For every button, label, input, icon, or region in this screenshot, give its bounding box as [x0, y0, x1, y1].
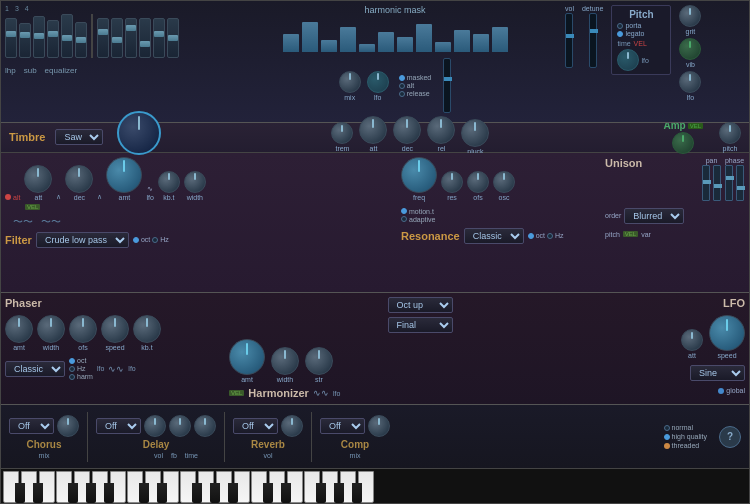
- lfo-att-knob[interactable]: [681, 329, 703, 351]
- hbar-6[interactable]: [378, 32, 394, 52]
- adaptive-dot[interactable]: [401, 216, 407, 222]
- grit-knob[interactable]: [679, 5, 701, 27]
- phaser-amt-knob[interactable]: [5, 315, 33, 343]
- osc-knob[interactable]: [493, 171, 515, 193]
- lfo-right-knob[interactable]: [679, 71, 701, 93]
- fader-2[interactable]: [19, 23, 31, 58]
- lfo-type-dropdown[interactable]: Sine: [690, 365, 745, 381]
- key-gs3[interactable]: [334, 483, 344, 503]
- key-fs3[interactable]: [316, 483, 326, 503]
- delay-fb-knob[interactable]: [169, 415, 191, 437]
- key-fs2[interactable]: [192, 483, 202, 503]
- rel-knob[interactable]: [427, 116, 455, 144]
- phaser-speed-knob[interactable]: [101, 315, 129, 343]
- hbar-3[interactable]: [321, 40, 337, 52]
- lfo-knob-top[interactable]: [367, 71, 389, 93]
- dec-knob[interactable]: [393, 116, 421, 144]
- fader-5[interactable]: [61, 14, 73, 58]
- harm-width-knob[interactable]: [271, 347, 299, 375]
- fader-3[interactable]: [33, 16, 45, 58]
- filter-dec-knob[interactable]: [65, 165, 93, 193]
- legato-dot[interactable]: [617, 31, 623, 37]
- phase-knob[interactable]: [117, 111, 161, 155]
- filter-kbt-knob[interactable]: [158, 171, 180, 193]
- key-fs1[interactable]: [68, 483, 78, 503]
- key-as1[interactable]: [104, 483, 114, 503]
- key-ds1[interactable]: [33, 483, 43, 503]
- harm-str-knob[interactable]: [305, 347, 333, 375]
- res-oct-dot[interactable]: [528, 233, 534, 239]
- fader-11[interactable]: [153, 18, 165, 58]
- amp-knob[interactable]: [672, 132, 694, 154]
- fader-1[interactable]: [5, 18, 17, 58]
- resonance-dropdown[interactable]: Classic: [464, 228, 524, 244]
- fader-9[interactable]: [125, 18, 137, 58]
- lfo-pitch-knob[interactable]: [617, 49, 639, 71]
- freq-knob[interactable]: [401, 157, 437, 193]
- res-hz-dot[interactable]: [547, 233, 553, 239]
- delay-vol-knob[interactable]: [144, 415, 166, 437]
- quality-threaded-dot[interactable]: [664, 443, 670, 449]
- phase-fader-2[interactable]: [736, 165, 744, 201]
- key-ds2[interactable]: [157, 483, 167, 503]
- filter-att-knob[interactable]: [24, 165, 52, 193]
- reverb-dropdown[interactable]: Off: [233, 418, 278, 434]
- radio-release-dot[interactable]: [399, 91, 405, 97]
- phaser-oct-dot[interactable]: [69, 358, 75, 364]
- vib-knob[interactable]: [679, 38, 701, 60]
- key-cs3[interactable]: [263, 483, 273, 503]
- phaser-width-knob[interactable]: [37, 315, 65, 343]
- lfo-speed-knob[interactable]: [709, 315, 745, 351]
- hbar-7[interactable]: [397, 37, 413, 52]
- delay-time-knob[interactable]: [194, 415, 216, 437]
- oct-up-dropdown[interactable]: Oct up: [388, 297, 453, 313]
- pan-fader-2[interactable]: [713, 165, 721, 201]
- filter-amt-knob[interactable]: [106, 157, 142, 193]
- phaser-kbt-knob[interactable]: [133, 315, 161, 343]
- pan-fader-1[interactable]: [702, 165, 710, 201]
- att-knob[interactable]: [359, 116, 387, 144]
- chorus-dropdown[interactable]: Off: [9, 418, 54, 434]
- hbar-4[interactable]: [340, 27, 356, 52]
- key-as3[interactable]: [352, 483, 362, 503]
- phaser-harm-dot[interactable]: [69, 374, 75, 380]
- delay-dropdown[interactable]: Off: [96, 418, 141, 434]
- filter-oct-dot[interactable]: [133, 237, 139, 243]
- hbar-9[interactable]: [435, 42, 451, 52]
- key-gs2[interactable]: [210, 483, 220, 503]
- key-cs1[interactable]: [15, 483, 25, 503]
- hbar-8[interactable]: [416, 24, 432, 52]
- fader-8[interactable]: [111, 18, 123, 58]
- hbar-1[interactable]: [283, 34, 299, 52]
- final-dropdown[interactable]: Final: [388, 317, 453, 333]
- comp-dropdown[interactable]: Off: [320, 418, 365, 434]
- hbar-11[interactable]: [473, 34, 489, 52]
- quality-high-dot[interactable]: [664, 434, 670, 440]
- help-button[interactable]: ?: [719, 426, 741, 448]
- filter-width-knob[interactable]: [184, 171, 206, 193]
- radio-alt-dot[interactable]: [399, 83, 405, 89]
- trem-knob[interactable]: [331, 122, 353, 144]
- phase-fader-1[interactable]: [725, 165, 733, 201]
- fader-4[interactable]: [47, 20, 59, 58]
- key-cs2[interactable]: [139, 483, 149, 503]
- comp-mix-knob[interactable]: [368, 415, 390, 437]
- motion-t-dot[interactable]: [401, 208, 407, 214]
- reverb-vol-knob[interactable]: [281, 415, 303, 437]
- fader-6[interactable]: [75, 22, 87, 58]
- phaser-ofs-knob[interactable]: [69, 315, 97, 343]
- key-ds3[interactable]: [281, 483, 291, 503]
- porta-dot[interactable]: [617, 23, 623, 29]
- phaser-dropdown[interactable]: Classic: [5, 361, 65, 377]
- timbre-dropdown[interactable]: Saw: [55, 129, 103, 145]
- key-gs1[interactable]: [86, 483, 96, 503]
- quality-normal-dot[interactable]: [664, 425, 670, 431]
- filter-type-dropdown[interactable]: Crude low pass: [36, 232, 129, 248]
- hbar-10[interactable]: [454, 30, 470, 52]
- harm-amt-knob[interactable]: [229, 339, 265, 375]
- chorus-mix-knob[interactable]: [57, 415, 79, 437]
- res-knob[interactable]: [441, 171, 463, 193]
- pitch-knob[interactable]: [719, 122, 741, 144]
- phaser-hz-dot[interactable]: [69, 366, 75, 372]
- key-as2[interactable]: [228, 483, 238, 503]
